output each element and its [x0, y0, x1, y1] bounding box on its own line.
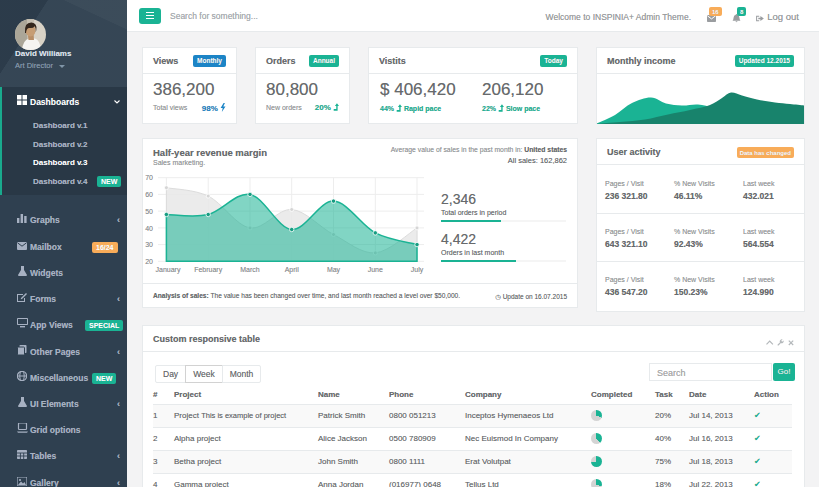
svg-text:60: 60 [145, 191, 153, 198]
svg-text:January: January [156, 266, 181, 274]
svg-text:February: February [194, 266, 223, 274]
svg-text:June: June [368, 266, 383, 273]
svg-text:50: 50 [145, 208, 153, 215]
svg-text:July: July [411, 266, 424, 274]
svg-text:20: 20 [145, 258, 153, 265]
svg-text:April: April [285, 266, 299, 274]
svg-text:May: May [327, 266, 341, 274]
svg-text:30: 30 [145, 241, 153, 248]
svg-text:70: 70 [145, 174, 153, 181]
svg-text:March: March [240, 266, 260, 273]
svg-text:40: 40 [145, 225, 153, 232]
